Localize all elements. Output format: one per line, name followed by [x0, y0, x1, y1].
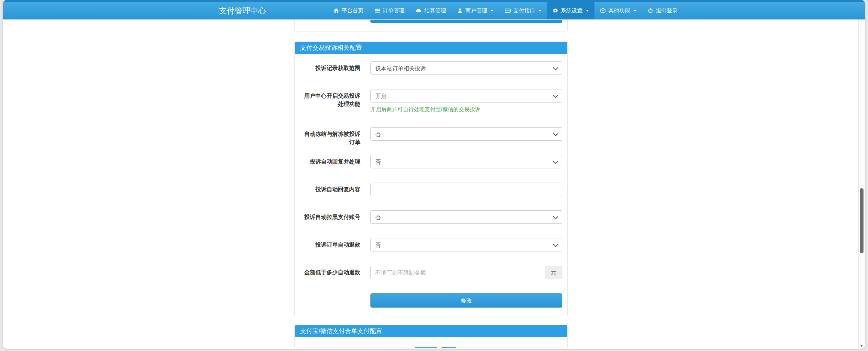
chevron-down-icon: [633, 10, 636, 12]
complaint-config-form: 投诉记录获取范围 仅本站订单相关投诉 用户中心开启交易投诉处理功能 开启: [295, 54, 567, 308]
page: { "navbar": { "brand": "支付管理中心", "items"…: [0, 0, 868, 351]
cube-icon: [600, 8, 606, 13]
nav-item-platform-home[interactable]: 平台首页: [328, 0, 369, 19]
nav-item-label: 退出登录: [656, 7, 678, 14]
nav-item-label: 平台首页: [342, 7, 363, 14]
clipped-content-fragment: [415, 347, 437, 348]
home-icon: [333, 8, 339, 13]
complaint-scope-select[interactable]: 仅本站订单相关投诉: [370, 61, 562, 75]
chevron-down-icon: [586, 10, 589, 12]
nav-item-logout[interactable]: 退出登录: [642, 0, 683, 19]
field-label: 投诉订单自动退款: [300, 241, 360, 249]
scrollbar-down-arrow[interactable]: ▼: [859, 344, 865, 348]
power-icon: [648, 8, 653, 13]
field-label: 金额低于多少自动退款: [300, 268, 360, 277]
form-row: 投诉订单自动退款 否: [300, 238, 562, 251]
form-row: 投诉自动拉黑支付账号 否: [300, 210, 562, 224]
field-label: 投诉自动拉黑支付账号: [300, 213, 360, 221]
save-button[interactable]: 修改: [370, 293, 562, 308]
nav-item-label: 商户管理: [465, 7, 487, 14]
panel-title: 支付交易投诉相关配置: [294, 42, 568, 54]
nav-item-label: 系统设置: [561, 7, 583, 14]
nav-item-label: 支付接口: [513, 7, 535, 14]
nav-item-label: 其他功能: [608, 7, 630, 14]
chevron-down-icon: [538, 10, 541, 12]
field-label: 投诉记录获取范围: [300, 64, 360, 72]
auto-freeze-select[interactable]: 否: [370, 127, 562, 141]
chevron-down-icon: [490, 10, 493, 12]
field-label: 用户中心开启交易投诉处理功能: [300, 92, 360, 108]
field-label: 投诉自动回复内容: [300, 185, 360, 193]
refund-amount-threshold-input[interactable]: [370, 266, 545, 279]
nav-item-merchant-management[interactable]: 商户管理: [452, 0, 499, 19]
nav-item-other-functions[interactable]: 其他功能: [595, 0, 642, 19]
main-nav: 平台首页 订单管理 结算管理 商户管理 支付接口: [328, 0, 683, 19]
nav-item-order-management[interactable]: 订单管理: [369, 0, 410, 19]
field-label: 自动冻结与解冻被投诉订单: [300, 130, 360, 146]
field-help-text: 开启后商户可自行处理支付宝/微信的交易投诉: [370, 106, 562, 113]
card-icon: [505, 8, 511, 13]
brand-title[interactable]: 支付管理中心: [219, 2, 266, 19]
user-center-complaint-toggle-select[interactable]: 开启: [370, 89, 562, 103]
nav-item-label: 结算管理: [424, 7, 446, 14]
scrollbar-thumb[interactable]: [860, 188, 864, 253]
app-window: 支付管理中心 平台首页 订单管理 结算管理 商户管理 支付接口: [3, 0, 865, 349]
currency-unit-addon: 元: [545, 266, 562, 279]
form-row: 用户中心开启交易投诉处理功能 开启 开启后商户可自行处理支付宝/微信的交易投诉: [300, 89, 562, 113]
gear-icon: [553, 8, 558, 13]
form-row: 金额低于多少自动退款 元: [300, 266, 562, 279]
form-row: 投诉自动回复内容: [300, 183, 562, 196]
top-navbar: 支付管理中心 平台首页 订单管理 结算管理 商户管理 支付接口: [3, 0, 865, 19]
form-row: 投诉自动回复并处理 否: [300, 155, 562, 168]
nav-item-payment-interface[interactable]: 支付接口: [499, 0, 547, 19]
combined-payment-config-panel: 支付宝/微信支付合单支付配置: [294, 325, 568, 348]
nav-item-system-settings[interactable]: 系统设置: [547, 0, 595, 19]
vertical-scrollbar[interactable]: ▼: [858, 19, 865, 349]
complaint-config-panel: 支付交易投诉相关配置 投诉记录获取范围 仅本站订单相关投诉 用户中心开启交易投诉…: [294, 42, 568, 316]
nav-item-settlement-management[interactable]: 结算管理: [410, 0, 452, 19]
field-label: 投诉自动回复并处理: [300, 158, 360, 166]
user-icon: [457, 8, 463, 13]
form-row: 投诉记录获取范围 仅本站订单相关投诉: [300, 61, 562, 75]
auto-refund-select[interactable]: 否: [370, 238, 562, 251]
nav-item-label: 订单管理: [383, 7, 404, 14]
form-row: 自动冻结与解冻被投诉订单 否: [300, 127, 562, 141]
previous-panel-bottom-fragment: [294, 20, 568, 31]
auto-reply-handle-select[interactable]: 否: [370, 155, 562, 168]
clipped-submit-button-fragment[interactable]: [370, 20, 562, 23]
cloud-icon: [416, 8, 422, 13]
list-icon: [375, 8, 380, 13]
auto-blacklist-select[interactable]: 否: [370, 210, 562, 224]
clipped-content-fragment: [441, 347, 456, 348]
panel-title: 支付宝/微信支付合单支付配置: [294, 325, 568, 337]
auto-reply-content-input[interactable]: [370, 183, 562, 196]
